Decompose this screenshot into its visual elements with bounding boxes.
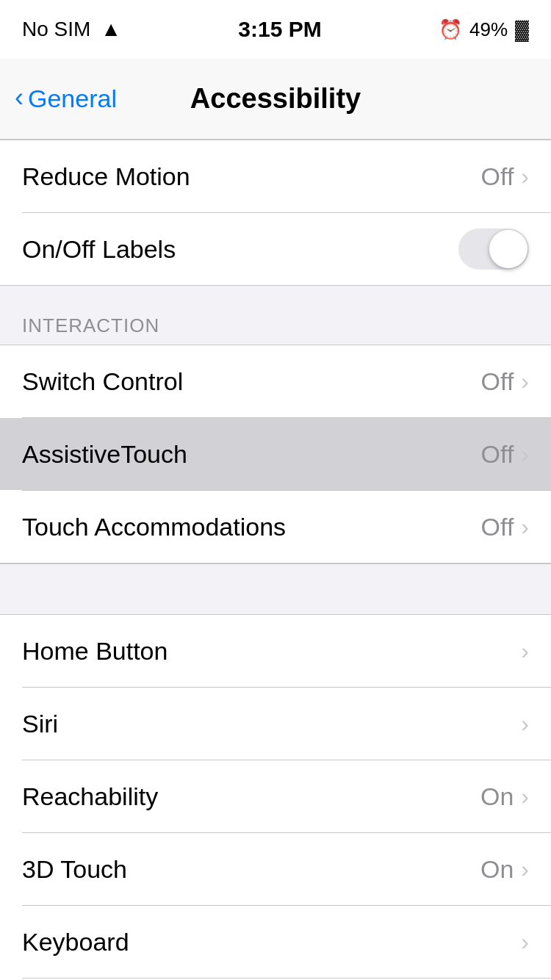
- reachability-value: On: [480, 782, 514, 811]
- back-button[interactable]: ‹ General: [15, 84, 117, 113]
- switch-control-label: Switch Control: [22, 367, 481, 396]
- home-button-label: Home Button: [22, 637, 521, 666]
- touch-accommodations-value: Off: [481, 513, 514, 541]
- home-button-row[interactable]: Home Button ›: [0, 615, 551, 687]
- siri-label: Siri: [22, 710, 521, 738]
- touch-accommodations-row[interactable]: Touch Accommodations Off ›: [0, 491, 551, 563]
- siri-row[interactable]: Siri ›: [0, 688, 551, 760]
- reachability-row[interactable]: Reachability On ›: [0, 760, 551, 832]
- carrier-label: No SIM: [22, 18, 90, 41]
- switch-control-row[interactable]: Switch Control Off ›: [0, 345, 551, 417]
- onoff-labels-row[interactable]: On/Off Labels: [0, 213, 551, 285]
- switch-control-value: Off: [481, 367, 514, 396]
- interaction-section: INTERACTION Switch Control Off › Assisti…: [0, 286, 551, 563]
- status-left: No SIM ▲: [22, 18, 121, 41]
- assistivetouch-chevron-icon: ›: [521, 441, 529, 468]
- page-title: Accessibility: [190, 83, 361, 115]
- interaction-group: Switch Control Off › AssistiveTouch Off …: [0, 345, 551, 563]
- keyboard-row[interactable]: Keyboard ›: [0, 906, 551, 978]
- status-bar: No SIM ▲ 3:15 PM ⏰ 49% ▓: [0, 0, 551, 59]
- touch-accommodations-label: Touch Accommodations: [22, 513, 481, 541]
- reduce-motion-chevron-icon: ›: [521, 163, 529, 190]
- switch-control-chevron-icon: ›: [521, 368, 529, 395]
- interaction-header: INTERACTION: [0, 286, 551, 345]
- onoff-labels-toggle[interactable]: [458, 228, 529, 270]
- other-section: Home Button › Siri › Reachability On › 3…: [0, 615, 551, 980]
- reduce-motion-row[interactable]: Reduce Motion Off ›: [0, 140, 551, 212]
- battery-icon: ▓: [515, 18, 529, 41]
- home-button-chevron-icon: ›: [521, 638, 529, 665]
- 3d-touch-value: On: [480, 855, 514, 884]
- status-right: ⏰ 49% ▓: [439, 18, 529, 41]
- assistivetouch-label: AssistiveTouch: [22, 440, 481, 469]
- battery-percent: 49%: [469, 18, 508, 41]
- reachability-chevron-icon: ›: [521, 783, 529, 810]
- 3d-touch-label: 3D Touch: [22, 855, 480, 884]
- siri-chevron-icon: ›: [521, 710, 529, 738]
- status-time: 3:15 PM: [238, 17, 321, 42]
- assistivetouch-value: Off: [481, 440, 514, 469]
- wifi-icon: ▲: [101, 18, 121, 41]
- touch-accommodations-chevron-icon: ›: [521, 514, 529, 541]
- motion-section: Reduce Motion Off › On/Off Labels: [0, 140, 551, 286]
- nav-bar: ‹ General Accessibility: [0, 59, 551, 140]
- spacer-1: [0, 563, 551, 615]
- keyboard-chevron-icon: ›: [521, 929, 529, 956]
- reduce-motion-value: Off: [481, 162, 514, 191]
- back-chevron-icon: ‹: [15, 82, 24, 113]
- assistivetouch-row[interactable]: AssistiveTouch Off ›: [0, 418, 551, 490]
- alarm-icon: ⏰: [439, 18, 462, 41]
- 3d-touch-row[interactable]: 3D Touch On ›: [0, 833, 551, 905]
- 3d-touch-chevron-icon: ›: [521, 856, 529, 883]
- reachability-label: Reachability: [22, 782, 480, 811]
- toggle-knob: [489, 230, 527, 268]
- back-label: General: [28, 84, 117, 113]
- onoff-labels-label: On/Off Labels: [22, 235, 458, 264]
- keyboard-label: Keyboard: [22, 928, 521, 956]
- reduce-motion-label: Reduce Motion: [22, 162, 481, 191]
